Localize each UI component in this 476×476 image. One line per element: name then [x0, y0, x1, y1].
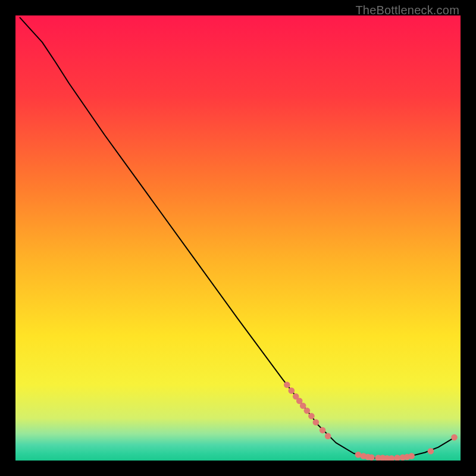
data-point: [300, 403, 306, 409]
data-point: [325, 433, 331, 440]
data-point: [320, 427, 326, 434]
data-point: [428, 448, 434, 455]
data-point: [368, 455, 375, 461]
chart-svg: [15, 15, 461, 461]
data-point: [308, 413, 315, 419]
data-point: [355, 452, 362, 458]
data-point: [289, 387, 295, 394]
data-point: [408, 453, 415, 459]
plot-area: [15, 15, 461, 461]
data-point: [304, 408, 311, 414]
data-point: [451, 434, 458, 441]
data-point: [313, 419, 320, 425]
data-point: [284, 382, 290, 389]
gradient-rect: [15, 15, 461, 461]
chart-stage: TheBottleneck.com: [0, 0, 476, 476]
